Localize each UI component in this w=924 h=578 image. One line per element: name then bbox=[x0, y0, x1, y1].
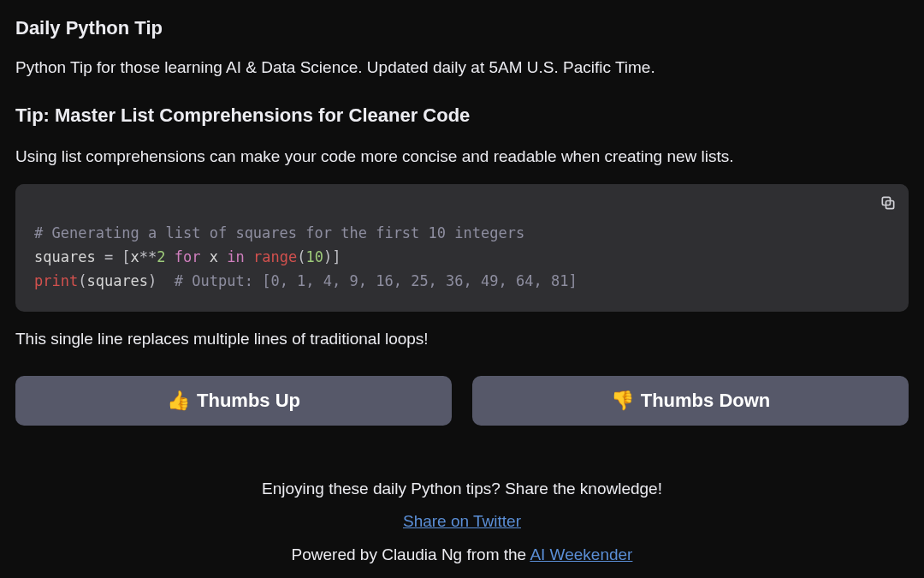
code-comment: # Output: [0, 1, 4, 9, 16, 25, 36, 49, 6… bbox=[175, 272, 578, 289]
feedback-row: 👍 Thumbs Up 👎 Thumbs Down bbox=[15, 376, 909, 426]
share-twitter-link[interactable]: Share on Twitter bbox=[403, 512, 521, 530]
code-token: x bbox=[131, 248, 139, 265]
tip-outro: This single line replaces multiple lines… bbox=[15, 327, 909, 352]
code-toolbar bbox=[15, 184, 909, 217]
code-token: ( bbox=[78, 272, 86, 289]
code-token: 10 bbox=[305, 248, 323, 265]
code-token: x bbox=[210, 248, 218, 265]
thumbs-down-icon: 👎 bbox=[611, 390, 634, 412]
thumbs-down-label: Thumbs Down bbox=[641, 390, 771, 412]
code-token: for bbox=[166, 248, 210, 265]
tip-intro: Using list comprehensions can make your … bbox=[15, 145, 909, 170]
code-token: ** bbox=[139, 248, 157, 265]
code-token: ( bbox=[297, 248, 305, 265]
code-token: print bbox=[34, 272, 78, 289]
tip-title: Tip: Master List Comprehensions for Clea… bbox=[15, 101, 909, 129]
section-title: Daily Python Tip bbox=[15, 14, 909, 42]
code-token: = [ bbox=[96, 248, 131, 265]
section-lead: Python Tip for those learning AI & Data … bbox=[15, 56, 909, 80]
code-token: in bbox=[218, 248, 253, 265]
page-root: Daily Python Tip Python Tip for those le… bbox=[0, 0, 924, 578]
code-token: squares bbox=[86, 272, 148, 289]
code-block: # Generating a list of squares for the f… bbox=[15, 184, 909, 312]
share-prompt: Enjoying these daily Python tips? Share … bbox=[15, 477, 909, 502]
footer: Enjoying these daily Python tips? Share … bbox=[15, 477, 909, 568]
thumbs-up-icon: 👍 bbox=[167, 390, 190, 412]
code-content: # Generating a list of squares for the f… bbox=[15, 217, 909, 312]
copy-button[interactable] bbox=[876, 191, 900, 217]
code-token: range bbox=[253, 248, 297, 265]
thumbs-up-button[interactable]: 👍 Thumbs Up bbox=[15, 376, 452, 426]
code-token: ) bbox=[148, 272, 175, 289]
thumbs-up-label: Thumbs Up bbox=[197, 390, 300, 412]
code-comment: # Generating a list of squares for the f… bbox=[34, 224, 524, 241]
code-token: squares bbox=[34, 248, 96, 265]
powered-prefix: Powered by Claudia Ng from the bbox=[292, 545, 530, 563]
code-token: 2 bbox=[157, 248, 165, 265]
powered-by: Powered by Claudia Ng from the AI Weeken… bbox=[15, 543, 909, 568]
copy-icon bbox=[880, 201, 897, 214]
thumbs-down-button[interactable]: 👎 Thumbs Down bbox=[472, 376, 909, 426]
ai-weekender-link[interactable]: AI Weekender bbox=[530, 545, 632, 563]
code-token: )] bbox=[323, 248, 341, 265]
